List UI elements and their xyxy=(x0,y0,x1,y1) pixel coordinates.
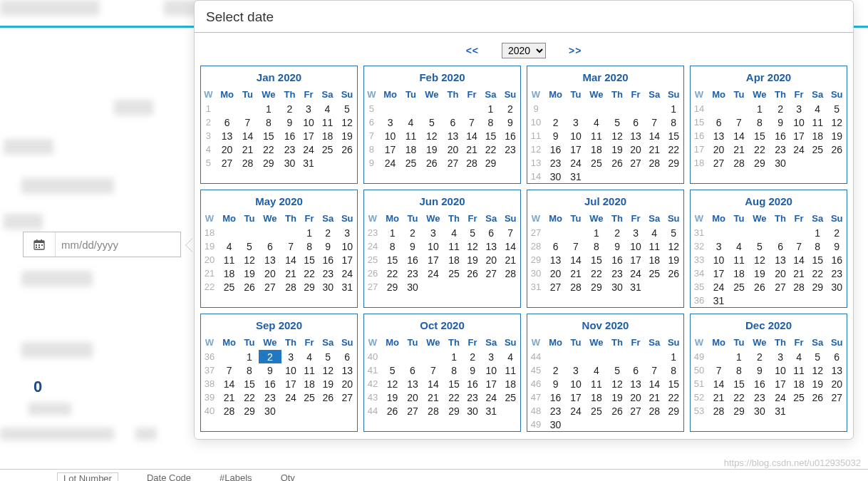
day-cell[interactable]: 11 xyxy=(790,363,808,377)
day-cell[interactable]: 14 xyxy=(463,129,481,143)
day-cell[interactable]: 2 xyxy=(259,350,281,363)
day-cell[interactable]: 6 xyxy=(403,363,422,377)
day-cell[interactable]: 26 xyxy=(463,267,482,280)
day-cell[interactable]: 6 xyxy=(216,115,239,129)
day-cell[interactable]: 6 xyxy=(708,115,730,129)
day-cell[interactable]: 5 xyxy=(463,226,482,239)
day-cell[interactable]: 28 xyxy=(218,404,240,418)
day-cell[interactable]: 25 xyxy=(808,143,827,156)
day-cell[interactable]: 9 xyxy=(463,363,482,377)
day-cell[interactable]: 15 xyxy=(730,377,748,391)
day-cell[interactable]: 7 xyxy=(463,115,481,129)
day-cell[interactable]: 4 xyxy=(585,363,608,377)
day-cell[interactable]: 14 xyxy=(645,129,663,143)
day-cell[interactable]: 29 xyxy=(585,280,608,294)
day-cell[interactable]: 26 xyxy=(381,404,403,418)
day-cell[interactable]: 13 xyxy=(337,363,357,377)
day-cell[interactable]: 1 xyxy=(257,102,280,115)
day-cell[interactable]: 28 xyxy=(730,156,748,170)
day-cell[interactable]: 20 xyxy=(544,267,567,280)
day-cell[interactable]: 4 xyxy=(401,115,420,129)
day-cell[interactable]: 1 xyxy=(748,102,771,115)
day-cell[interactable]: 25 xyxy=(585,156,608,170)
day-cell[interactable]: 17 xyxy=(567,143,585,156)
day-cell[interactable]: 21 xyxy=(790,267,808,280)
day-cell[interactable]: 20 xyxy=(403,391,422,404)
day-cell[interactable]: 11 xyxy=(808,115,827,129)
day-cell[interactable]: 22 xyxy=(663,143,683,156)
day-cell[interactable]: 6 xyxy=(827,350,847,363)
day-cell[interactable]: 16 xyxy=(748,377,771,391)
day-cell[interactable]: 22 xyxy=(808,267,827,280)
date-input[interactable] xyxy=(55,232,180,257)
day-cell[interactable]: 11 xyxy=(218,253,240,267)
day-cell[interactable]: 13 xyxy=(626,129,645,143)
day-cell[interactable]: 23 xyxy=(608,267,626,280)
day-cell[interactable]: 5 xyxy=(663,226,683,239)
day-cell[interactable]: 5 xyxy=(748,239,771,253)
day-cell[interactable]: 15 xyxy=(381,253,403,267)
day-cell[interactable]: 25 xyxy=(645,267,663,280)
day-cell[interactable]: 2 xyxy=(827,226,847,239)
day-cell[interactable]: 15 xyxy=(481,129,500,143)
day-cell[interactable]: 31 xyxy=(482,404,500,418)
day-cell[interactable]: 23 xyxy=(500,143,520,156)
day-cell[interactable]: 16 xyxy=(827,253,847,267)
day-cell[interactable]: 27 xyxy=(443,156,463,170)
day-cell[interactable]: 16 xyxy=(500,129,520,143)
day-cell[interactable]: 7 xyxy=(730,115,748,129)
day-cell[interactable]: 31 xyxy=(771,404,790,418)
day-cell[interactable]: 22 xyxy=(240,391,259,404)
next-year-button[interactable]: >> xyxy=(569,45,582,56)
day-cell[interactable]: 20 xyxy=(626,391,645,404)
day-cell[interactable]: 2 xyxy=(463,350,482,363)
day-cell[interactable]: 4 xyxy=(300,350,319,363)
day-cell[interactable]: 4 xyxy=(445,226,463,239)
day-cell[interactable]: 21 xyxy=(281,267,300,280)
day-cell[interactable]: 22 xyxy=(481,143,500,156)
day-cell[interactable]: 30 xyxy=(827,280,847,294)
day-cell[interactable]: 19 xyxy=(608,143,626,156)
day-cell[interactable]: 21 xyxy=(238,143,257,156)
day-cell[interactable]: 8 xyxy=(748,115,771,129)
day-cell[interactable]: 9 xyxy=(259,363,281,377)
day-cell[interactable]: 24 xyxy=(337,267,357,280)
day-cell[interactable]: 23 xyxy=(827,267,847,280)
day-cell[interactable]: 8 xyxy=(240,363,259,377)
day-cell[interactable]: 1 xyxy=(445,350,463,363)
day-cell[interactable]: 12 xyxy=(381,377,403,391)
day-cell[interactable]: 9 xyxy=(608,239,626,253)
day-cell[interactable]: 26 xyxy=(748,280,771,294)
day-cell[interactable]: 2 xyxy=(403,226,422,239)
day-cell[interactable]: 30 xyxy=(280,156,299,170)
day-cell[interactable]: 23 xyxy=(544,404,567,418)
day-cell[interactable]: 6 xyxy=(482,226,500,239)
day-cell[interactable]: 10 xyxy=(422,239,445,253)
day-cell[interactable]: 3 xyxy=(281,350,300,363)
day-cell[interactable]: 22 xyxy=(585,267,608,280)
day-cell[interactable]: 28 xyxy=(422,404,445,418)
day-cell[interactable]: 6 xyxy=(337,350,357,363)
day-cell[interactable]: 30 xyxy=(748,404,771,418)
day-cell[interactable]: 8 xyxy=(663,363,683,377)
day-cell[interactable]: 16 xyxy=(771,129,790,143)
day-cell[interactable]: 29 xyxy=(445,404,463,418)
day-cell[interactable]: 7 xyxy=(790,239,808,253)
day-cell[interactable]: 25 xyxy=(401,156,420,170)
day-cell[interactable]: 11 xyxy=(500,363,520,377)
day-cell[interactable]: 10 xyxy=(379,129,402,143)
day-cell[interactable]: 21 xyxy=(218,391,240,404)
day-cell[interactable]: 30 xyxy=(463,404,482,418)
day-cell[interactable]: 4 xyxy=(318,102,337,115)
day-cell[interactable]: 5 xyxy=(420,115,443,129)
day-cell[interactable]: 17 xyxy=(299,129,318,143)
day-cell[interactable]: 19 xyxy=(337,129,357,143)
day-cell[interactable]: 19 xyxy=(319,377,337,391)
day-cell[interactable]: 1 xyxy=(808,226,827,239)
day-cell[interactable]: 5 xyxy=(608,363,626,377)
day-cell[interactable]: 23 xyxy=(319,267,337,280)
day-cell[interactable]: 26 xyxy=(608,156,626,170)
day-cell[interactable]: 6 xyxy=(626,363,645,377)
day-cell[interactable]: 17 xyxy=(708,267,730,280)
day-cell[interactable]: 21 xyxy=(422,391,445,404)
